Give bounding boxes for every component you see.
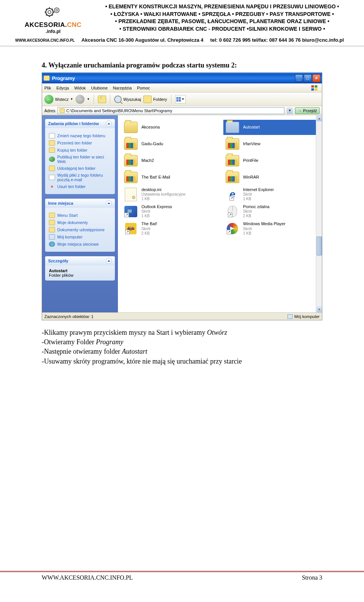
minimize-button[interactable]: _ [295, 74, 303, 82]
go-arrow-icon: → [298, 108, 302, 113]
file-item[interactable]: PrintFile [223, 153, 322, 168]
svg-point-11 [56, 9, 58, 11]
other-places-panel: Inne miejsca ⏶ Menu Start Moje dokumenty… [45, 199, 115, 252]
footer-url: WWW.AKCESORIA.CNC.INFO.PL [42, 574, 133, 581]
panel-header[interactable]: Zadania plików i folderów ⏶ [45, 119, 115, 128]
ie-icon: e↗ [225, 188, 240, 201]
task-copy[interactable]: Kopiuj ten folder [49, 147, 111, 153]
file-item[interactable]: desktop.iniUstawienia konfiguracyjne1 KB [122, 187, 220, 202]
rename-icon [49, 133, 55, 138]
place-my-documents[interactable]: Moje dokumenty [49, 220, 111, 225]
window-titlebar[interactable]: Programy _ □ × [42, 73, 322, 83]
file-label: The Bat!Skrót2 KB [141, 221, 157, 235]
file-item[interactable]: IrfanView [223, 136, 322, 152]
details-panel: Szczegóły ⏶ Autostart Folder plików [45, 256, 115, 281]
place-network[interactable]: Moje miejsca sieciowe [49, 241, 111, 247]
windows-flag-icon [309, 84, 320, 92]
scroll-up-arrow[interactable]: ▲ [317, 115, 322, 121]
task-delete[interactable]: ×Usuń ten folder [49, 184, 111, 189]
task-share[interactable]: Udostępnij ten folder [49, 166, 111, 171]
address-label: Adres [44, 108, 55, 113]
task-publish[interactable]: Publikuj ten folder w sieci Web [49, 155, 111, 164]
status-location: Mój komputer [287, 314, 320, 319]
folder-items-icon [123, 171, 138, 184]
instruction-line: -Następnie otwieramy folder Autostart [42, 347, 322, 356]
folder-open-icon [225, 121, 240, 134]
logo: AKCESORIA.CNC .info.pl [15, 3, 91, 34]
address-input[interactable]: C:\Documents and Settings\BIURO\Menu Sta… [58, 107, 285, 114]
logo-subdomain: .info.pl [46, 29, 60, 34]
collapse-icon[interactable]: ⏶ [106, 121, 112, 127]
task-email[interactable]: Wyślij pliki z tego folderu pocztą e-mai… [49, 173, 111, 182]
menu-help[interactable]: Pomoc [137, 86, 150, 90]
file-item[interactable]: The Bat! E-Mail [122, 170, 220, 185]
file-item[interactable]: ↗ Windows Media PlayerSkrót1 KB [223, 221, 322, 236]
menu-file[interactable]: Plik [44, 86, 51, 90]
forward-dropdown[interactable]: ▼ [87, 97, 90, 101]
collapse-icon[interactable]: ⏶ [106, 258, 112, 264]
up-folder-button[interactable] [98, 96, 106, 103]
bat-icon: 🦇↗ [123, 222, 138, 235]
mail-icon [49, 175, 55, 180]
address-bar: Adres C:\Documents and Settings\BIURO\Me… [42, 106, 322, 115]
file-label: Gadu-Gadu [141, 141, 163, 146]
menu-view[interactable]: Widok [74, 86, 86, 90]
file-item[interactable]: Gadu-Gadu [122, 136, 220, 152]
file-label: Outlook ExpressSkrót1 KB [141, 204, 172, 218]
scrollbar-thumb[interactable] [317, 237, 322, 256]
folder-items-icon [225, 137, 240, 151]
menu-edit[interactable]: Edycja [56, 86, 69, 90]
svg-line-6 [46, 9, 47, 9]
views-button[interactable]: ▼ [175, 95, 186, 103]
logo-text: AKCESORIA.CNC [25, 21, 82, 29]
folders-button[interactable]: Foldery [143, 96, 167, 103]
file-item[interactable]: Mach2 [122, 153, 220, 168]
forward-button[interactable]: → [75, 95, 85, 104]
mouse-icon: ↗ [225, 205, 240, 218]
folders-icon [143, 96, 152, 103]
file-item[interactable]: ↗ Outlook ExpressSkrót1 KB [122, 204, 220, 219]
folder-icon [49, 220, 55, 225]
file-label: Internet ExplorerSkrót1 KB [243, 187, 274, 201]
place-my-computer[interactable]: Mój komputer [49, 234, 111, 240]
folder-icon [44, 75, 50, 81]
panel-header[interactable]: Inne miejsca ⏶ [45, 199, 115, 208]
task-move[interactable]: Przenieś ten folder [49, 140, 111, 146]
scroll-down-arrow[interactable]: ▼ [317, 306, 322, 312]
close-button[interactable]: × [312, 74, 320, 82]
file-item[interactable]: Autostart [223, 120, 322, 135]
folder-icon [60, 108, 65, 113]
menu-tools[interactable]: Narzędzia [113, 86, 132, 90]
scrollbar[interactable]: ▲ ▼ [316, 115, 322, 312]
embedded-screenshot: Programy _ □ × Plik Edycja Widok Ulubion… [42, 72, 322, 320]
file-item[interactable]: ↗ Pomoc zdalnaSkrót2 KB [223, 204, 322, 219]
file-item[interactable]: WinRAR [223, 170, 322, 185]
instruction-list: -Klikamy prawym przyciskiem myszy na Sta… [42, 328, 322, 366]
search-button[interactable]: Wyszukaj [114, 96, 141, 103]
file-list-area[interactable]: Akcesoria Autostart Gadu-Gadu IrfanView … [118, 115, 322, 312]
folder-items-icon [225, 154, 240, 168]
tasks-sidebar: Zadania plików i folderów ⏶ Zmień nazwę … [42, 115, 118, 312]
file-item[interactable]: 🦇↗ The Bat!Skrót2 KB [122, 221, 220, 236]
go-button[interactable]: → Przejdź [295, 107, 320, 114]
back-button[interactable]: ← Wstecz ▼ [44, 95, 73, 104]
file-label: Akcesoria [141, 125, 160, 130]
task-rename[interactable]: Zmień nazwę tego folderu [49, 133, 111, 138]
file-label: PrintFile [243, 158, 258, 163]
computer-icon [49, 234, 55, 240]
collapse-icon[interactable]: ⏶ [106, 200, 112, 206]
menu-favorites[interactable]: Ulubione [91, 86, 107, 90]
file-item[interactable]: e↗ Internet ExplorerSkrót1 KB [223, 187, 322, 202]
panel-header[interactable]: Szczegóły ⏶ [45, 256, 115, 265]
svg-point-10 [54, 8, 59, 13]
file-folder-tasks-panel: Zadania plików i folderów ⏶ Zmień nazwę … [45, 119, 115, 194]
maximize-button[interactable]: □ [304, 74, 312, 82]
place-shared-docs[interactable]: Dokumenty udostępnione [49, 227, 111, 232]
place-menu-start[interactable]: Menu Start [49, 213, 111, 218]
file-item[interactable]: Akcesoria [122, 120, 220, 135]
instruction-line: -Otwieramy Folder Programy [42, 337, 322, 347]
search-icon [114, 96, 122, 103]
detail-type: Folder plików [49, 273, 111, 277]
address-dropdown[interactable]: ▼ [287, 107, 293, 114]
status-selection: Zaznaczonych obiektów: 1 [44, 314, 94, 319]
